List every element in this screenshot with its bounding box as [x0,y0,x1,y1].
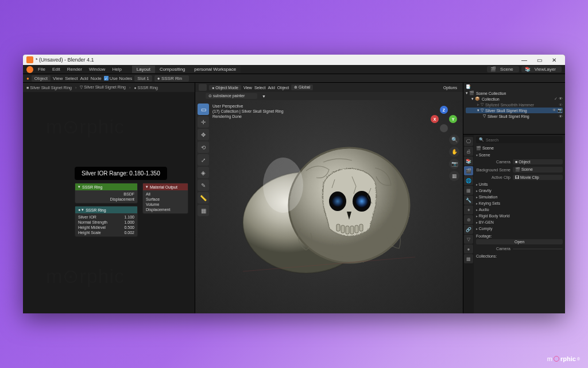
workspace-tab-layout[interactable]: Layout [132,66,155,73]
open-button[interactable]: Open [476,239,563,244]
outliner-item-ring-mesh[interactable]: ▽Silver Skull Signet Ring👁 [466,113,563,119]
section-comply[interactable]: Comply [476,225,563,232]
ptab-particles-icon[interactable]: ✦ [464,205,473,214]
section-gravity[interactable]: Gravity [476,187,563,194]
filter-icon[interactable]: ▼ [262,94,266,98]
outliner-collection[interactable]: ▾ 📦Collection✓ 👁 [466,96,563,102]
window-minimize-button[interactable]: — [517,57,532,63]
tool-move-icon[interactable]: ✥ [198,129,209,140]
outliner-type-icon[interactable]: 📑 [466,85,471,89]
workspace-tab-compositing[interactable]: Compositing [155,66,189,73]
window-close-button[interactable]: ✕ [547,57,562,63]
crumb-mesh[interactable]: ▽ Silver Skull Signet Ring [80,85,126,90]
node-breadcrumb: ■ Silver Skull Signet Ring › ▽ Silver Sk… [23,83,195,92]
rendered-object [237,136,421,286]
ne-menu-node[interactable]: Node [91,76,102,81]
ptab-constraint-icon[interactable]: 🔗 [464,225,473,234]
watermark-logo: mrphic® [547,355,580,362]
tooltip: Silver IOR Range: 0.180-1.350 [75,167,167,180]
tool-cursor-icon[interactable]: ✛ [198,116,209,128]
viewport-body[interactable]: User Perspective (17) Collection | Silve… [195,100,463,313]
zoom-icon[interactable]: 🔍 [449,135,459,145]
outliner-scene-collection[interactable]: ▾ 🎬Scene Collection [466,90,563,96]
tool-scale-icon[interactable]: ⤢ [198,154,209,166]
orientation-selector[interactable]: ⊕ Global [291,85,313,90]
editor-type-icon[interactable] [199,84,207,91]
slot-selector[interactable]: Slot 1 [134,75,152,82]
ptab-render-icon[interactable]: 🖵 [464,137,473,146]
ptab-output-icon[interactable]: 🖨 [464,147,473,156]
app-window: * (Unsaved) - Blender 4.1 — ▭ ✕ File Edi… [23,55,565,313]
vp-options[interactable]: Options [441,86,459,90]
menu-render[interactable]: Render [65,67,84,72]
menu-file[interactable]: File [36,67,48,72]
camera-view-icon[interactable]: 📷 [449,159,459,169]
camera2-field[interactable] [513,248,563,250]
menu-help[interactable]: Help [110,67,123,72]
tool-select-box-icon[interactable]: ▭ [198,103,209,115]
ne-menu-add[interactable]: Add [80,76,88,81]
node-group-props[interactable]: ● ▾ SSSR Ring Silver IOR1.100 Normal Str… [75,206,138,237]
vp-menu-view[interactable]: View [243,86,252,90]
ne-menu-select[interactable]: Select [65,76,78,81]
ptab-world-icon[interactable]: 🌐 [464,176,473,185]
viewlayer-selector[interactable]: 📚 ViewLayer [521,66,562,72]
crumb-material[interactable]: ● SSSR Ring [134,86,158,90]
blender-icon[interactable] [26,66,33,73]
bg-scene-field[interactable]: 🎬 Scene [513,167,563,172]
viewport-header: ● Object Mode View Select Add Object ⊕ G… [195,83,463,92]
use-nodes-checkbox[interactable]: ✓Use Nodes [104,76,133,81]
ptab-viewlayer-icon[interactable]: 📚 [464,156,473,166]
crumb-object[interactable]: ■ Silver Skull Signet Ring [26,86,72,90]
workspace-tab-personal[interactable]: personal Workspace [189,66,241,73]
section-scene[interactable]: Scene [476,152,563,158]
titlebar: * (Unsaved) - Blender 4.1 — ▭ ✕ [23,55,565,65]
ptab-modifier-icon[interactable]: 🔧 [464,195,473,205]
node-group-sssr[interactable]: ▾ SSSR Ring BSDF Displacement [75,183,138,204]
properties-panel: 🖵 🖨 📚 🎬 🌐 ▦ 🔧 ✦ ⊚ 🔗 ▽ ● ▩ 🔍 Search [463,135,565,313]
vp-menu-add[interactable]: Add [268,86,274,90]
section-bygen[interactable]: BY-GEN [476,219,563,225]
node-canvas[interactable]: m⊙rphic m⊙rphic Silver IOR Range: 0.180-… [23,92,195,313]
ptab-data-icon[interactable]: ▽ [464,235,473,244]
vp-menu-object[interactable]: Object [277,86,289,90]
tool-transform-icon[interactable]: ◈ [198,167,209,178]
ptab-physics-icon[interactable]: ⊚ [464,215,473,224]
blender-app-icon [26,56,33,63]
section-simulation[interactable]: Simulation [476,194,563,200]
tool-add-icon[interactable]: ▦ [198,205,209,216]
ptab-scene-icon[interactable]: 🎬 [464,166,473,175]
viewport-3d: ● Object Mode View Select Add Object ⊕ G… [195,83,463,313]
perspective-toggle-icon[interactable]: ▦ [449,171,459,181]
camera-field[interactable]: ■ Object [513,159,563,164]
menu-edit[interactable]: Edit [50,67,63,72]
section-audio[interactable]: Audio [476,206,563,213]
tool-measure-icon[interactable]: 📏 [198,192,209,204]
datatype-selector[interactable]: Object [32,75,51,82]
clip-field[interactable]: 🎞 Movie Clip [513,175,563,180]
material-selector[interactable]: ● SSSR Rin [154,75,189,82]
ptab-texture-icon[interactable]: ▩ [464,254,473,263]
ne-menu-view[interactable]: View [53,76,63,81]
props-search[interactable]: 🔍 Search [476,136,563,143]
section-units[interactable]: Units [476,181,563,187]
section-keying[interactable]: Keying Sets [476,200,563,206]
outliner-item-ring[interactable]: ▾ ▽Silver Skull Signet Ring👁 📷 [466,108,563,113]
nav-gizmo[interactable]: X Y Z [431,106,457,132]
tool-annotate-icon[interactable]: ✎ [198,179,209,191]
menu-window[interactable]: Window [87,67,107,72]
ptab-material-icon[interactable]: ● [464,244,473,254]
window-maximize-button[interactable]: ▭ [532,57,547,63]
svg-rect-9 [341,225,345,233]
pan-icon[interactable]: ✋ [449,147,459,157]
hdri-selector[interactable]: ⊙ substance painter [206,93,257,99]
node-material-output[interactable]: ▾ Material Output All Surface Volume Dis… [142,183,188,214]
vp-menu-select[interactable]: Select [254,86,265,90]
footage-label: Footage: [476,232,563,238]
ptab-object-icon[interactable]: ▦ [464,186,473,195]
tool-rotate-icon[interactable]: ⟲ [198,141,209,153]
outliner-item-hammer[interactable]: ▹ ▽Stylized Smoothth Hammer👁 [466,102,563,108]
scene-selector[interactable]: 🎬 Scene [487,66,519,72]
mode-selector[interactable]: ● Object Mode [209,85,241,90]
section-rigid[interactable]: Rigid Body World [476,213,563,219]
